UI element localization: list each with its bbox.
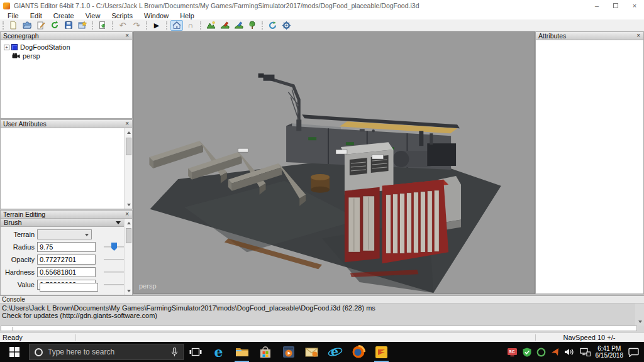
viewport-3d[interactable]: persp (133, 31, 535, 294)
console-command-input[interactable] (1, 326, 637, 331)
screenshot-button[interactable] (96, 20, 109, 31)
menu-view[interactable]: View (80, 12, 106, 19)
crane-conveyor (258, 74, 302, 131)
taskbar-file-explorer-button[interactable] (230, 342, 253, 362)
taskbar-firefox-button[interactable] (347, 342, 370, 362)
microphone-icon[interactable] (171, 348, 178, 357)
taskbar-giants-editor-button[interactable] (370, 342, 393, 362)
brush-section-header[interactable]: Brush (1, 219, 124, 227)
search-input[interactable] (48, 348, 171, 356)
radius-slider[interactable] (104, 243, 125, 251)
open-file-button[interactable] (21, 20, 33, 31)
taskbar-store-button[interactable] (253, 342, 277, 362)
user-attributes-close-button[interactable]: × (125, 121, 130, 127)
toolbar-grip (262, 21, 263, 30)
taskbar-edge-button[interactable]: e (207, 342, 230, 362)
menu-help[interactable]: Help (174, 12, 200, 19)
menu-window[interactable]: Window (138, 12, 174, 19)
opacity-label: Opacity (1, 256, 37, 263)
new-file-icon (9, 21, 18, 30)
terrain-editing-close-button[interactable]: × (125, 211, 130, 217)
value-slider[interactable] (104, 280, 125, 289)
scenegraph-close-button[interactable]: × (125, 33, 130, 39)
radius-input[interactable] (37, 242, 96, 252)
scroll-down-button[interactable] (125, 287, 132, 295)
tree-node-dogfoodstation[interactable]: + DogFoodStation (1, 43, 132, 52)
redo-button[interactable]: ↷ (130, 20, 143, 31)
terrain-foliage-button[interactable] (232, 20, 245, 31)
user-attributes-panel: User Attributes × (0, 119, 133, 209)
close-button[interactable]: × (625, 0, 644, 11)
action-center-button[interactable] (628, 348, 639, 357)
terrain-select[interactable] (37, 229, 92, 239)
tray-clock[interactable]: 6:41 PM 6/15/2018 (596, 345, 624, 359)
export-button[interactable] (76, 20, 89, 31)
maximize-button[interactable] (606, 0, 625, 11)
start-button[interactable] (0, 342, 29, 362)
undo-button[interactable]: ↶ (116, 20, 129, 31)
task-view-button[interactable] (184, 342, 207, 362)
arrow-down-icon (638, 321, 642, 323)
terrain-row: Terrain (1, 229, 132, 239)
terrain-paint-button[interactable] (218, 20, 231, 31)
render-toggle-button[interactable] (266, 20, 279, 31)
scroll-up-button[interactable] (125, 128, 132, 136)
play-button[interactable]: ▶ (150, 20, 163, 31)
edit-file-button[interactable] (35, 20, 47, 31)
opacity-slider[interactable] (104, 255, 125, 264)
export-window-icon (78, 21, 87, 30)
hardness-input[interactable] (37, 267, 96, 277)
tree-brush-button[interactable] (246, 20, 258, 31)
action-center-icon (628, 348, 639, 357)
minimize-icon: – (595, 2, 599, 9)
clipped-field[interactable] (40, 283, 98, 292)
menu-scripts[interactable]: Scripts (106, 12, 138, 19)
slider-thumb[interactable] (111, 243, 117, 251)
hardness-slider[interactable] (104, 268, 125, 277)
taskbar-search[interactable] (29, 344, 184, 360)
camera-home-button[interactable] (170, 20, 183, 31)
save-button[interactable] (62, 20, 75, 31)
scroll-up-button[interactable] (125, 219, 132, 227)
user-attributes-scrollbar[interactable] (124, 128, 132, 209)
opacity-row: Opacity (1, 255, 132, 265)
expander-icon[interactable]: + (4, 45, 9, 50)
minimize-button[interactable]: – (587, 0, 606, 11)
tray-volume-button[interactable] (564, 348, 575, 356)
scenegraph-title: Scenegraph (3, 32, 125, 40)
opacity-input[interactable] (37, 255, 96, 265)
scroll-thumb[interactable] (126, 138, 131, 155)
slider-track (104, 259, 125, 260)
taskbar-mail-button[interactable] (300, 342, 323, 362)
user-attributes-body (1, 128, 132, 209)
menu-file[interactable]: File (2, 12, 25, 19)
terrain-editing-scrollbar[interactable] (124, 219, 132, 295)
terrain-sculpt-button[interactable] (204, 20, 217, 31)
preferences-button[interactable] (280, 20, 292, 31)
taskbar-movies-tv-button[interactable] (277, 342, 300, 362)
tree-node-persp[interactable]: persp (1, 52, 132, 60)
tray-recording-ring-button[interactable] (536, 348, 546, 357)
console-scrollbar[interactable] (635, 304, 644, 326)
menu-create[interactable]: Create (48, 12, 80, 19)
menu-edit[interactable]: Edit (25, 12, 48, 19)
taskbar-internet-explorer-button[interactable]: e (323, 342, 347, 362)
console-caret (13, 327, 13, 331)
attributes-header: Attributes × (536, 32, 643, 40)
attributes-title: Attributes (538, 32, 636, 40)
tray-defender-button[interactable] (523, 348, 531, 357)
tray-pointer-tool-button[interactable] (551, 348, 559, 356)
import-page-icon (98, 21, 107, 30)
tray-network-button[interactable] (580, 348, 591, 356)
new-file-button[interactable] (7, 20, 19, 31)
scroll-down-button[interactable] (636, 317, 644, 326)
terrain-editing-title: Terrain Editing (3, 211, 125, 218)
attributes-close-button[interactable]: × (636, 33, 641, 39)
snap-magnet-button[interactable]: ∩ (184, 20, 197, 31)
clock-time: 6:41 PM (596, 345, 624, 352)
reload-button[interactable] (48, 20, 61, 31)
scroll-thumb[interactable] (126, 228, 131, 243)
value-label: Value (1, 281, 37, 288)
tray-screen-capture-button[interactable]: SC (507, 348, 518, 357)
scroll-down-button[interactable] (125, 200, 132, 209)
